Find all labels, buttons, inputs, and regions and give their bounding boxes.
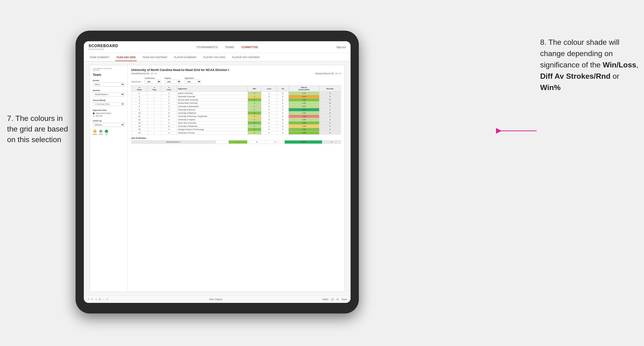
nav-back-icon[interactable]: ◁ — [95, 298, 97, 301]
cell-conf: 2 — [161, 105, 176, 108]
more-icon[interactable]: ··· — [102, 298, 104, 301]
cell-opponent: Arizona State University — [176, 98, 248, 102]
nav-teams[interactable]: TEAMS — [225, 46, 234, 48]
cell-loss: 0 — [261, 105, 277, 108]
cell-opponent: University of Florida — [176, 131, 248, 135]
cell-win: 0 — [248, 95, 261, 98]
cell-win: 3 — [248, 112, 261, 115]
cell-reg: - — [148, 98, 161, 102]
cell-conf: 1 — [161, 121, 176, 125]
cell-tie: 0 — [277, 131, 289, 135]
table-row: 11 - 6 University of Arkansas, Fayettevi… — [132, 115, 341, 118]
opponent-view-title: Opponent View — [93, 109, 125, 111]
tab-player-h2h-grid[interactable]: PLAYER H2H GRID — [202, 54, 226, 61]
sign-out-button[interactable]: Sign out — [336, 46, 346, 48]
region-label: Region — [164, 77, 181, 79]
undo-icon[interactable]: ↺ — [87, 298, 89, 301]
cell-win: 3 — [248, 121, 261, 125]
cell-conf: 6 — [161, 125, 176, 128]
cell-reg: - — [148, 108, 161, 112]
cell-win: 3 — [248, 131, 261, 135]
cell-win: 5 — [248, 98, 261, 102]
cell-rounds: 9 — [319, 121, 341, 125]
radio-top-100[interactable]: Top 100 — [93, 115, 125, 117]
cell-tie: 0 — [277, 95, 289, 98]
tab-team-h2h-grid[interactable]: TEAM H2H GRID — [115, 54, 137, 61]
share-icon[interactable]: ⊞ — [337, 298, 338, 301]
tab-team-h2h-heatmap[interactable]: TEAM H2H HEATMAP — [142, 54, 168, 61]
division-select[interactable]: NCAA Division I — [93, 92, 125, 96]
radio-group: Opponents Played Top 100 — [93, 112, 125, 117]
filters-row: Opponents: Conference (All) Region (All) — [131, 77, 341, 84]
opponent-select[interactable]: (All) — [184, 80, 201, 84]
cell-reg: - — [148, 95, 161, 98]
gender-select[interactable]: Men's — [93, 82, 125, 86]
sub-nav: TEAM SUMMARY TEAM H2H GRID TEAM H2H HEAT… — [84, 53, 350, 61]
table-row: 8 - 2 University of Washington 1 0 0 3.6… — [132, 105, 341, 108]
legend-dot-level — [99, 130, 102, 133]
cell-diff: 2.61 — [289, 112, 320, 115]
table-row: 13 - 1 Texas Tech University 3 0 0 5.56 … — [132, 121, 341, 125]
sidebar: Last Updated: 27/03/2024 16:55:38 Team G… — [90, 65, 128, 292]
cell-rounds: 9 — [319, 128, 341, 131]
cell-opponent: University of Arkansas, Fayetteville — [176, 115, 248, 118]
cell-diff: 1.83 — [289, 102, 320, 105]
cell-rounds: 17 — [319, 98, 341, 102]
col-conf: #Conf — [161, 86, 176, 92]
cell-tie: 0 — [277, 102, 289, 105]
nav-committee[interactable]: COMMITTEE — [242, 46, 258, 48]
radio-opponents-played[interactable]: Opponents Played — [93, 112, 125, 114]
share-button[interactable]: Share — [341, 298, 347, 301]
table-row: 9 - 1 University of Arizona 1 0 0 9.00 2 — [132, 108, 341, 112]
tab-player-summary[interactable]: PLAYER SUMMARY — [173, 54, 198, 61]
table-row: 6 - 2 Florida State University 4 2 0 1.8… — [132, 102, 341, 105]
cell-loss: 0 — [261, 128, 277, 131]
radio-dot-selected — [93, 112, 95, 114]
cell-rounds: 8 — [319, 112, 341, 115]
cell-loss: 1 — [261, 92, 277, 95]
cell-rounds: 9 — [319, 131, 341, 135]
region-select[interactable]: (All) — [164, 80, 181, 84]
cell-rank: 8 — [132, 105, 148, 108]
cell-rank: 4 — [132, 98, 148, 102]
conference-select[interactable]: (All) — [144, 80, 161, 84]
nav-tournaments[interactable]: TOURNAMENTS — [196, 46, 218, 48]
logo-text: SCOREBOARD — [88, 44, 118, 48]
table-row: 15 - 4 Georgia Institute of Technology 5… — [132, 128, 341, 131]
cell-loss: 0 — [261, 118, 277, 121]
tablet-screen: SCOREBOARD Powered by clippd TOURNAMENTS… — [84, 41, 350, 303]
view-label: View: Original — [209, 298, 222, 301]
cell-rank: 3 — [132, 95, 148, 98]
cell-win: 1 — [248, 108, 261, 112]
cell-rounds: 12 — [319, 102, 341, 105]
col-rank: #Rank — [132, 86, 148, 92]
cell-conf: 1 — [161, 108, 176, 112]
cell-loss: 1 — [261, 98, 277, 102]
tab-player-h2h-heatmap[interactable]: PLAYER H2H HEATMAP — [231, 54, 260, 61]
annotation-right: 8. The colour shade will change dependin… — [540, 36, 639, 93]
colour-by-select[interactable]: Win/loss — [93, 123, 125, 127]
cell-loss: 0 — [261, 112, 277, 115]
cell-win: 2 — [248, 92, 261, 95]
cell-diff: 3.67 — [289, 105, 320, 108]
redo-icon[interactable]: ↻ — [91, 298, 93, 301]
out-of-division-spacer — [216, 141, 229, 144]
clock-icon[interactable]: ⏱ — [106, 298, 108, 301]
cell-tie: 0 — [277, 105, 289, 108]
crop-icon[interactable]: ⊞ — [99, 298, 100, 301]
region-filter: Region (All) — [164, 77, 181, 84]
cell-conf: 1 — [161, 98, 176, 102]
cell-tie: 0 — [277, 108, 289, 112]
conference-filter: Conference (All) — [144, 77, 161, 84]
school-select[interactable]: 1. University of Nort... — [93, 102, 125, 106]
tab-team-summary[interactable]: TEAM SUMMARY — [88, 54, 110, 61]
watch-button[interactable]: Watch — [322, 298, 328, 301]
cell-opponent: Vanderbilt University — [176, 95, 248, 98]
cell-conf: 5 — [161, 112, 176, 115]
nav-links: TOURNAMENTS TEAMS COMMITTEE — [196, 46, 258, 48]
col-tie: Tie — [277, 86, 289, 92]
cell-conf: 2 — [161, 131, 176, 135]
legend-up: Up — [105, 130, 108, 135]
comment-icon[interactable]: 💬 — [331, 298, 334, 301]
cell-opponent: University of Oklahoma — [176, 125, 248, 128]
